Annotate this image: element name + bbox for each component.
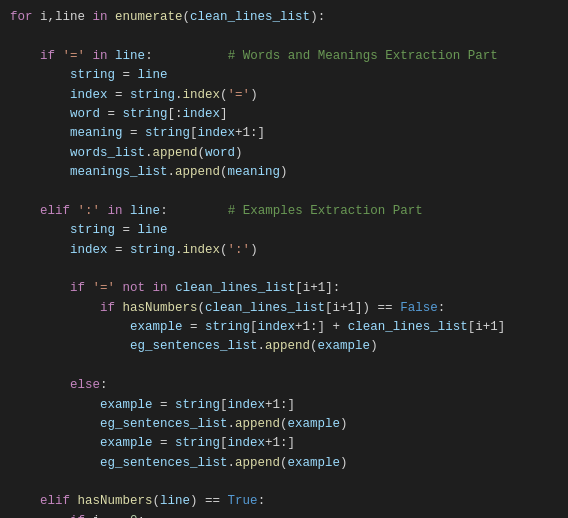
code-line: meanings_list.append(meaning) [10,163,558,182]
code-line: word = string[:index] [10,105,558,124]
code-line: if '=' not in clean_lines_list[i+1]: [10,279,558,298]
code-line [10,182,558,201]
code-line: eg_sentences_list.append(example) [10,454,558,473]
code-line: else: [10,376,558,395]
code-line [10,357,558,376]
code-line [10,260,558,279]
code-line: meaning = string[index+1:] [10,124,558,143]
code-line: example = string[index+1:] [10,434,558,453]
code-line: eg_sentences_list.append(example) [10,415,558,434]
code-line: words_list.append(word) [10,144,558,163]
code-editor: for i,line in enumerate(clean_lines_list… [10,8,558,518]
code-line: elif ':' in line: # Examples Extraction … [10,202,558,221]
code-line: if '=' in line: # Words and Meanings Ext… [10,47,558,66]
code-line: eg_sentences_list.append(example) [10,337,558,356]
code-line: index = string.index(':') [10,241,558,260]
code-line: example = string[index+1:] + clean_lines… [10,318,558,337]
code-line: example = string[index+1:] [10,396,558,415]
code-line: for i,line in enumerate(clean_lines_list… [10,8,558,27]
code-line [10,473,558,492]
code-line: string = line [10,221,558,240]
code-line: if i == 0: [10,512,558,518]
code-line: if hasNumbers(clean_lines_list[i+1]) == … [10,299,558,318]
code-line: elif hasNumbers(line) == True: [10,492,558,511]
code-line: string = line [10,66,558,85]
code-line [10,27,558,46]
code-line: index = string.index('=') [10,86,558,105]
